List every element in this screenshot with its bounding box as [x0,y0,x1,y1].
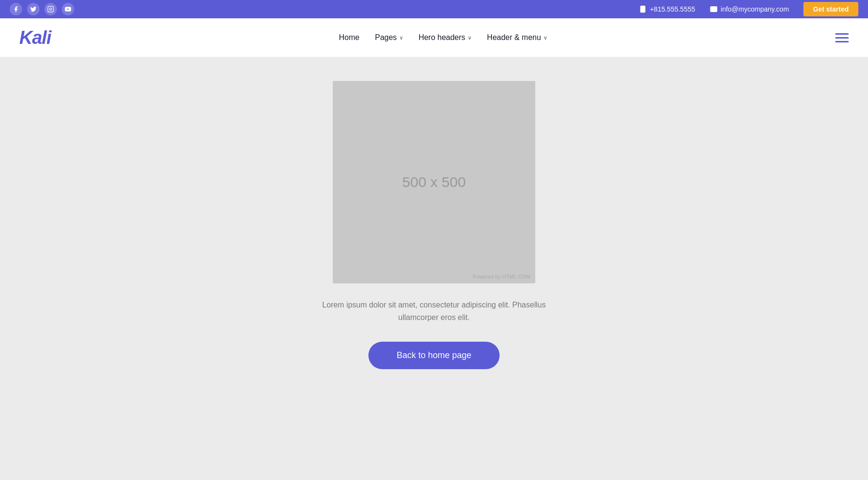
instagram-icon[interactable] [44,3,57,15]
topbar-right: +815.555.5555 info@mycompany.com Get sta… [639,2,858,16]
twitter-icon[interactable] [27,3,40,15]
image-dimensions: 500 x 500 [402,174,466,190]
image-credit: Powered by HTML.COM [333,270,535,283]
nav-link-home[interactable]: Home [339,33,360,41]
nav-link-hero-headers[interactable]: Hero headers [419,33,472,42]
get-started-button[interactable]: Get started [803,2,858,16]
social-icons-group [10,3,74,15]
main-content: 500 x 500 Powered by HTML.COM Lorem ipsu… [0,57,868,480]
back-to-home-button[interactable]: Back to home page [368,342,499,369]
hamburger-line-3 [835,41,849,42]
email-icon [710,5,718,13]
phone-contact: +815.555.5555 [639,5,695,13]
nav-item-hero-headers[interactable]: Hero headers [419,33,472,42]
topbar: +815.555.5555 info@mycompany.com Get sta… [0,0,868,18]
nav-item-pages[interactable]: Pages [375,33,403,42]
placeholder-image: 500 x 500 Powered by HTML.COM [333,81,535,283]
hamburger-menu-button[interactable] [835,33,849,42]
youtube-icon[interactable] [62,3,74,15]
navbar: Kali Home Pages Hero headers Header & me… [0,18,868,57]
phone-icon [639,5,647,13]
hamburger-line-2 [835,37,849,39]
email-address: info@mycompany.com [721,5,789,13]
logo[interactable]: Kali [19,27,51,48]
svg-rect-3 [640,6,645,12]
email-contact: info@mycompany.com [710,5,789,13]
svg-rect-0 [48,6,54,12]
phone-number: +815.555.5555 [650,5,695,13]
facebook-icon[interactable] [10,3,22,15]
hamburger-line-1 [835,33,849,35]
nav-item-header-menu[interactable]: Header & menu [487,33,547,42]
description-text: Lorem ipsum dolor sit amet, consectetur … [309,299,559,323]
nav-link-header-menu[interactable]: Header & menu [487,33,547,42]
nav-links: Home Pages Hero headers Header & menu [339,33,547,42]
nav-item-home[interactable]: Home [339,33,360,42]
nav-link-pages[interactable]: Pages [375,33,403,42]
